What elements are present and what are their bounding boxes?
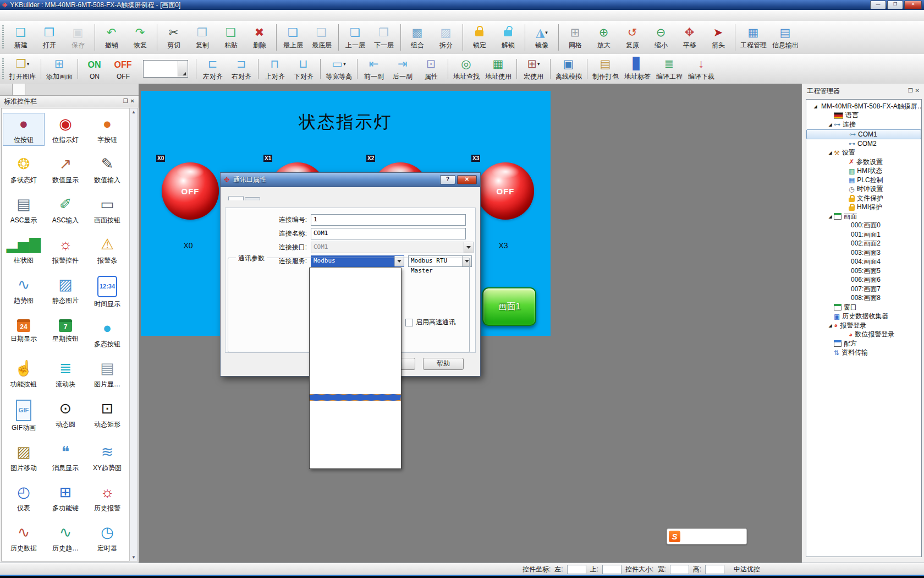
protocol-option[interactable]: [310, 341, 401, 348]
screen-nav-button[interactable]: 画面1: [482, 287, 536, 326]
protocol-option[interactable]: [310, 454, 401, 460]
toolbar-button[interactable]: ▤ 制作打包: [590, 56, 622, 83]
conn-interface-select[interactable]: COM1: [311, 242, 474, 253]
palette-item[interactable]: ◉ 位指示灯: [45, 113, 86, 146]
palette-item[interactable]: 24 日期显示: [3, 317, 45, 350]
palette-item[interactable]: ▨ 图片移动: [3, 441, 45, 474]
tree-expand-icon[interactable]: ◢: [827, 323, 834, 328]
palette-item[interactable]: 7 星期按钮: [45, 317, 86, 350]
protocol-option[interactable]: [310, 388, 401, 394]
conn-number-input[interactable]: 1: [311, 214, 466, 226]
toolbar-button[interactable]: ▨ 拆分: [432, 24, 460, 51]
tree-item[interactable]: ✗ 参数设置: [806, 157, 921, 167]
close-icon[interactable]: ✕: [904, 1, 922, 9]
toolbar-button[interactable]: ✥ 平移: [675, 24, 704, 51]
toolbar-button[interactable]: ⊞ 网格: [561, 24, 590, 51]
protocol-option[interactable]: [310, 361, 401, 368]
toolbar-button[interactable]: 锁定: [465, 24, 494, 51]
toolbar-button[interactable]: [400, 24, 401, 51]
toolbar-button[interactable]: OFF OFF: [109, 56, 138, 81]
tree-item[interactable]: 005:画面5: [806, 266, 921, 276]
toolbar-button[interactable]: ❒ 打开: [35, 24, 64, 51]
palette-item[interactable]: ✐ ASC输入: [45, 193, 86, 226]
toolbar-button[interactable]: ≣ 编译工程: [653, 56, 685, 83]
palette-item[interactable]: ⚠ 报警条: [86, 233, 128, 266]
palette-item[interactable]: ❝ 消息显示: [45, 441, 86, 474]
toolbar-button[interactable]: [525, 24, 525, 51]
tree-item[interactable]: 配方: [806, 339, 921, 348]
panel-tab[interactable]: [13, 84, 25, 95]
toolbar-button[interactable]: ❐ 下一层: [370, 24, 398, 51]
palette-item[interactable]: 12:34 时间显示: [86, 274, 128, 310]
tree-item[interactable]: ◕ 数位报警登录: [806, 330, 921, 340]
close-panel-icon[interactable]: ✕: [915, 88, 920, 94]
palette-item[interactable]: ∿ 历史数据: [3, 521, 45, 554]
toolbar-button[interactable]: ⇥ 后一副: [388, 56, 417, 83]
toolbar-button[interactable]: ▭ ▾ 等宽等高: [323, 56, 355, 83]
tree-expand-icon[interactable]: ◢: [827, 150, 834, 155]
combobox-dropdown-icon[interactable]: [178, 61, 187, 77]
protocol-option[interactable]: [310, 334, 401, 341]
protocol-option[interactable]: [310, 427, 401, 434]
tree-item[interactable]: ⊶ COM2: [806, 139, 921, 149]
toolbar-button[interactable]: ▣ 离线模拟: [553, 56, 585, 83]
close-panel-icon[interactable]: ✕: [130, 98, 135, 105]
toolbar-button[interactable]: [587, 59, 587, 79]
toolbar-button[interactable]: ⊞ ▾ 宏使用: [519, 56, 548, 83]
palette-item[interactable]: ⊙ 动态圆: [45, 397, 86, 434]
tree-item[interactable]: ⇅ 资料传输: [806, 348, 921, 358]
tree-item[interactable]: ◢ ⚒ 设置: [806, 149, 921, 158]
toolbar-button[interactable]: ▦ 工程管理: [738, 24, 769, 51]
protocol-option[interactable]: [310, 434, 401, 440]
tree-item[interactable]: ▦ PLC控制: [806, 176, 921, 185]
toolbar-button[interactable]: ↓ 编译下载: [685, 56, 717, 83]
toolbar-button[interactable]: 解锁: [494, 24, 522, 51]
indicator-lamp[interactable]: OFF: [477, 162, 534, 220]
tree-item[interactable]: ◢ ⊶ 连接: [806, 120, 921, 129]
float-panel-icon[interactable]: ❐: [123, 98, 128, 105]
palette-item[interactable]: ≋ XY趋势图: [86, 441, 128, 474]
toolbar-button[interactable]: ⊡ 属性: [417, 56, 446, 83]
toolbar-button[interactable]: ✖ 删除: [245, 24, 274, 51]
tree-item[interactable]: ◷ 时钟设置: [806, 185, 921, 194]
toolbar-button[interactable]: [516, 59, 517, 79]
protocol-option[interactable]: [310, 407, 401, 414]
palette-item[interactable]: ❂ 多状态灯: [3, 153, 45, 186]
toolbar-button[interactable]: [448, 59, 448, 79]
toolbar-button[interactable]: ◮ ▾ 镜像: [527, 24, 556, 51]
palette-item[interactable]: ▤ ASC显示: [3, 193, 45, 226]
palette-item[interactable]: ⊡ 动态矩形: [86, 397, 128, 434]
tree-item[interactable]: ◢ MM-40MR-6MT-508-FX-A触摸屏…: [806, 102, 921, 111]
tree-item[interactable]: 006:画面6: [806, 276, 921, 285]
protocol-option[interactable]: [310, 275, 401, 281]
scroll-down-icon[interactable]: ▼: [131, 555, 136, 560]
protocol-option[interactable]: [310, 460, 401, 467]
tree-item[interactable]: ⊶ COM1: [806, 129, 921, 140]
palette-item[interactable]: GIF GIF动画: [3, 397, 45, 434]
toolbar-button[interactable]: [320, 59, 321, 79]
palette-item[interactable]: ● 字按钮: [86, 113, 128, 146]
protocol-option[interactable]: [310, 355, 401, 361]
palette-item[interactable]: ▤ 图片显…: [86, 357, 128, 390]
toolbar-button[interactable]: ⊞ 添加画面: [43, 56, 75, 83]
panel-tab[interactable]: [0, 84, 13, 95]
lamp-group[interactable]: X0 OFF X0: [156, 155, 220, 254]
toolbar-button[interactable]: [558, 24, 559, 51]
tree-expand-icon[interactable]: ◢: [812, 104, 819, 109]
state-selector-combobox[interactable]: [143, 60, 188, 78]
minimize-icon[interactable]: —: [870, 1, 886, 9]
toolbar-button[interactable]: ✂ 剪切: [160, 24, 188, 51]
palette-item[interactable]: ◴ 仪表: [3, 481, 45, 514]
protocol-option[interactable]: [310, 368, 401, 374]
dialog-title-bar[interactable]: ✥ 通讯口属性 ? ✕: [221, 173, 480, 187]
palette-item[interactable]: ▭ 画面按钮: [86, 193, 128, 226]
toolbar-button[interactable]: ▊ 地址标签: [622, 56, 653, 83]
toolbar-button[interactable]: ↶ 撤销: [97, 24, 126, 51]
dialog-close-icon[interactable]: ✕: [457, 175, 477, 184]
toolbar-button[interactable]: [338, 24, 339, 51]
palette-item[interactable]: ✎ 数值输入: [86, 153, 128, 186]
toolbar-button[interactable]: [41, 59, 41, 79]
ime-logo-icon[interactable]: S: [669, 531, 680, 542]
toolbar-button[interactable]: ↺ 复原: [618, 24, 647, 51]
palette-item[interactable]: ≣ 流动块: [45, 357, 86, 390]
